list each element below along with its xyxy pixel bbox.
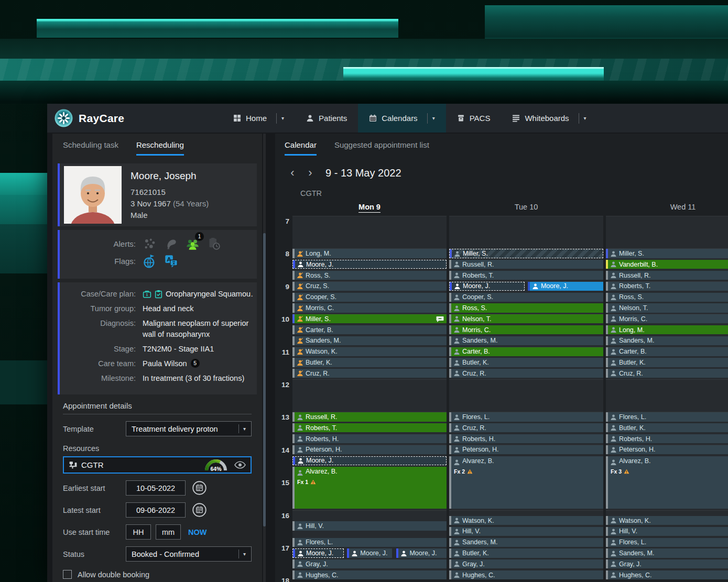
appointment[interactable]: Hughes, C.	[606, 570, 728, 579]
appointment[interactable]: Butler, K.	[292, 358, 447, 367]
appointment[interactable]: Moore, J.	[292, 260, 447, 269]
day-header-wed-11[interactable]: Wed 11	[606, 203, 728, 211]
latest-calendar-button[interactable]	[192, 503, 207, 517]
appointment[interactable]: Ross, S.	[606, 293, 728, 302]
appointment[interactable]: Nelson, T.	[606, 303, 728, 312]
appointment[interactable]: Cruz, R.	[449, 423, 603, 432]
appointment[interactable]: Cruz, R.	[292, 369, 447, 378]
appointment[interactable]: Ross, S.	[449, 303, 603, 312]
now-link[interactable]: NOW	[188, 528, 207, 536]
scrollbar-thumb[interactable]	[263, 233, 266, 526]
chevron-down-icon[interactable]: ▾	[584, 115, 586, 121]
latest-start-input[interactable]: 09-06-2022	[126, 502, 186, 518]
appointment[interactable]: Alvarez, B.Fx 1	[292, 467, 447, 509]
nav-item-patients[interactable]: Patients	[295, 104, 358, 133]
appointment[interactable]: Hill, V.	[606, 527, 728, 536]
care-team-icon[interactable]: 1	[186, 237, 200, 251]
appointment[interactable]: Gray, J.	[292, 559, 447, 568]
appointment[interactable]: Morris, C.	[292, 303, 447, 312]
appointment[interactable]: Peterson, H.	[449, 445, 603, 454]
day-header-mon-9[interactable]: Mon 9	[292, 203, 447, 211]
day-column-mon-9[interactable]: Long, M.Moore, J.Ross, S.Cruz, S.Cooper,…	[292, 216, 447, 576]
nav-item-calendars[interactable]: Calendars▾	[358, 104, 446, 133]
care-team-count-badge[interactable]: 5	[191, 359, 200, 368]
appointment[interactable]: Moore, J.	[396, 548, 447, 557]
nav-item-home[interactable]: Home▾	[222, 104, 295, 133]
eye-icon[interactable]	[234, 461, 246, 469]
appointment[interactable]: Sanders, M.	[606, 548, 728, 557]
appointment[interactable]: Roberts, T.	[292, 423, 447, 432]
appointment[interactable]: Roberts, T.	[449, 271, 603, 280]
appointment[interactable]: Gray, J.	[449, 559, 603, 568]
appointment[interactable]: Hill, V.	[292, 521, 447, 530]
resource-row[interactable]: CGTR 64%	[63, 456, 252, 474]
appointment[interactable]: Moore, J.	[347, 548, 392, 557]
appointment[interactable]: Butler, K.	[606, 423, 728, 432]
appointment[interactable]: Nelson, T.	[449, 314, 603, 323]
template-select[interactable]: Treatment delivery proton ▾	[126, 421, 252, 436]
translate-icon[interactable]: Ax	[164, 254, 178, 268]
appointment[interactable]: Sanders, M.	[292, 336, 447, 345]
appointment[interactable]: Russell, R.	[292, 412, 447, 421]
appointment[interactable]: Watson, K.	[292, 347, 447, 356]
nav-item-whiteboards[interactable]: Whiteboards▾	[501, 104, 597, 133]
day-column-wed-11[interactable]: Miller, S.Vanderbilt, B.Russell, R.Rober…	[606, 216, 728, 576]
appointment[interactable]: Peterson, H.	[292, 445, 447, 454]
cells-icon[interactable]	[143, 237, 157, 251]
appointment[interactable]: Flores, L.	[606, 538, 728, 547]
appointment[interactable]: Miller, S.	[606, 249, 728, 258]
appointment[interactable]: Vanderbilt, B.	[606, 260, 728, 269]
appointment[interactable]: Alvarez, B.Fx 2	[449, 456, 603, 509]
appointment[interactable]: Flores, L.	[292, 538, 447, 547]
appointment[interactable]: Long, M.	[606, 325, 728, 334]
appointment[interactable]: Morris, C.	[449, 325, 603, 334]
appointment[interactable]: Gray, J.	[606, 559, 728, 568]
appointment[interactable]: Long, M.	[292, 249, 447, 258]
hour-input[interactable]: HH	[126, 524, 151, 540]
appointment[interactable]: Moore, J.	[292, 456, 447, 465]
appointment[interactable]: Alvarez, B.Fx 3	[606, 456, 728, 509]
appointment[interactable]: Hughes, C.	[292, 570, 447, 579]
appointment[interactable]: Morris, C.	[606, 314, 728, 323]
appointment[interactable]: Watson, K.	[606, 516, 728, 525]
day-header-tue-10[interactable]: Tue 10	[449, 203, 603, 211]
appointment[interactable]: Flores, L.	[606, 412, 728, 421]
appointment[interactable]: Cruz, R.	[606, 369, 728, 378]
appointment[interactable]: Roberts, H.	[606, 434, 728, 443]
appointment[interactable]: Miller, S.	[449, 249, 603, 258]
globe-flag-icon[interactable]	[143, 254, 157, 268]
appointment[interactable]: Cruz, R.	[449, 369, 603, 378]
appointment[interactable]: Ross, S.	[292, 271, 447, 280]
appointment[interactable]: Moore, J.	[528, 282, 603, 291]
appointment[interactable]: Carter, B.	[292, 325, 447, 334]
earliest-calendar-button[interactable]	[192, 481, 207, 495]
appointment[interactable]: Roberts, H.	[449, 434, 603, 443]
appointment[interactable]: Cooper, S.	[292, 293, 447, 302]
implant-icon[interactable]	[164, 237, 178, 251]
appointment[interactable]: Butler, K.	[449, 548, 603, 557]
appointment[interactable]: Cooper, S.	[449, 293, 603, 302]
appointment[interactable]: Russell, R.	[449, 260, 603, 269]
chevron-down-icon[interactable]: ▾	[281, 115, 284, 121]
appointment[interactable]: Sanders, M.	[449, 336, 603, 345]
appointment[interactable]: Miller, S.	[292, 314, 447, 323]
appointment[interactable]: Moore, J.	[449, 282, 525, 291]
earliest-start-input[interactable]: 10-05-2022	[126, 480, 186, 496]
day-column-tue-10[interactable]: Miller, S.Russell, R.Roberts, T.Moore, J…	[449, 216, 603, 576]
double-booking-checkbox[interactable]	[63, 570, 72, 579]
minute-input[interactable]: mm	[156, 524, 181, 540]
appointment[interactable]: Hughes, C.	[449, 570, 603, 579]
appointment[interactable]: Russell, R.	[606, 271, 728, 280]
appointment[interactable]: Sanders, M.	[606, 336, 728, 345]
appointment[interactable]: Flores, L.	[449, 412, 603, 421]
appointment[interactable]: Sanders, M.	[449, 538, 603, 547]
tab-rescheduling[interactable]: Rescheduling	[136, 140, 184, 156]
appointment[interactable]: Carter, B.	[606, 347, 728, 356]
status-select[interactable]: Booked - Confirmed ▾	[126, 546, 252, 562]
appointment[interactable]: Roberts, T.	[606, 282, 728, 291]
appointment[interactable]: Carter, B.	[449, 347, 603, 356]
appointment[interactable]: Roberts, H.	[292, 434, 447, 443]
nav-item-pacs[interactable]: PACS	[446, 104, 502, 133]
appointment[interactable]: Watson, K.	[449, 516, 603, 525]
left-panel-scrollbar[interactable]	[263, 134, 266, 582]
